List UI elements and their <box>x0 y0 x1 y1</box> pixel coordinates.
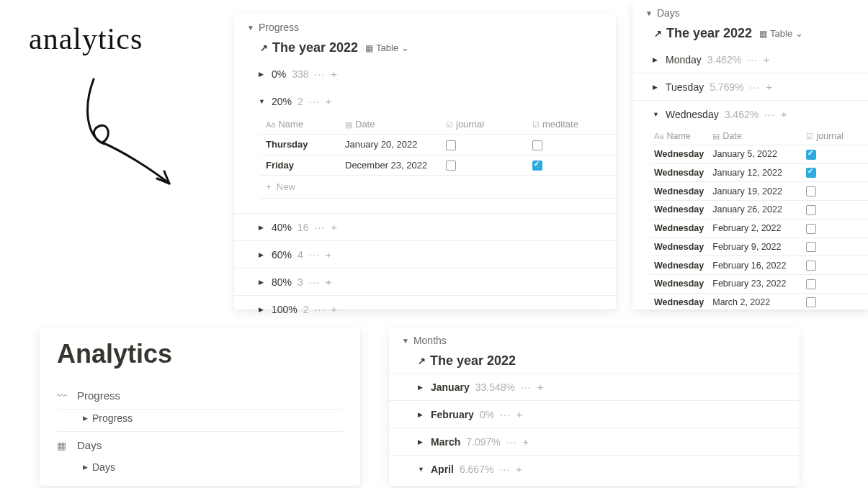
toggle-triangle-icon[interactable]: ▼ <box>653 111 660 118</box>
more-icon[interactable]: ··· <box>315 304 326 315</box>
more-icon[interactable]: ··· <box>309 249 320 261</box>
view-switch[interactable]: ▦ Table ⌄ <box>365 42 409 53</box>
toggle-triangle-icon[interactable]: ▼ <box>645 9 653 17</box>
group-row-january[interactable]: ▶ January 33.548% ··· + <box>389 373 800 400</box>
more-icon[interactable]: ··· <box>747 54 758 65</box>
toggle-triangle-icon[interactable]: ▶ <box>259 279 266 286</box>
more-icon[interactable]: ··· <box>309 96 320 107</box>
table-row[interactable]: Wednesday January 26, 2022 <box>650 201 868 220</box>
new-row[interactable]: + New <box>260 176 616 199</box>
group-row-february[interactable]: ▶ February 0% ··· + <box>389 400 800 428</box>
table-row[interactable]: Wednesday January 19, 2022 <box>650 182 868 201</box>
checkbox[interactable] <box>806 150 816 160</box>
group-row-wednesday[interactable]: ▼ Wednesday 3.462% ··· + <box>632 100 868 127</box>
plus-icon[interactable]: + <box>516 408 523 420</box>
col-name[interactable]: AaName <box>650 127 708 145</box>
toggle-triangle-icon[interactable]: ▶ <box>418 411 425 418</box>
table-row[interactable]: Thursday January 20, 2022 <box>260 135 616 155</box>
database-title[interactable]: ↗ The year 2022 <box>418 353 516 369</box>
col-date[interactable]: ▤Date <box>708 127 802 145</box>
group-row-60[interactable]: ▶ 60% 4 ··· + <box>234 240 616 268</box>
checkbox[interactable] <box>446 161 456 171</box>
toc-progress-sub[interactable]: ▶ Progress <box>57 410 343 432</box>
more-icon[interactable]: ··· <box>500 409 511 420</box>
plus-icon[interactable]: + <box>326 95 332 107</box>
toggle-triangle-icon[interactable]: ▼ <box>418 466 425 473</box>
group-row-100[interactable]: ▶ 100% 2 ··· + <box>234 295 616 322</box>
group-row-80[interactable]: ▶ 80% 3 ··· + <box>234 268 616 295</box>
toc-progress[interactable]: 〰 Progress <box>57 382 343 410</box>
table-row[interactable]: Wednesday February 2, 2022 <box>650 219 868 238</box>
database-title[interactable]: ↗ The year 2022 <box>260 40 358 55</box>
more-icon[interactable]: ··· <box>315 222 326 233</box>
toggle-triangle-icon[interactable]: ▶ <box>259 306 266 313</box>
more-icon[interactable]: ··· <box>764 109 775 120</box>
toggle-triangle-icon[interactable]: ▶ <box>259 224 266 231</box>
group-row-20[interactable]: ▼ 20% 2 ··· + <box>234 87 616 114</box>
checkbox[interactable] <box>806 279 816 289</box>
toggle-triangle-icon[interactable]: ▼ <box>402 337 409 345</box>
days-section-header[interactable]: ▼ Days <box>632 4 868 22</box>
plus-icon[interactable]: + <box>516 463 522 475</box>
checkbox[interactable] <box>806 205 816 215</box>
col-name[interactable]: AaName <box>260 114 339 135</box>
more-icon[interactable]: ··· <box>315 68 326 80</box>
progress-section-header[interactable]: ▼ Progress <box>234 19 616 36</box>
plus-icon[interactable]: + <box>331 221 337 233</box>
group-row-0[interactable]: ▶ 0% 338 ··· + <box>234 60 616 87</box>
group-row-april[interactable]: ▼ April 6.667% ··· + <box>389 455 800 482</box>
group-row-40[interactable]: ▶ 40% 16 ··· + <box>234 213 616 240</box>
group-row-monday[interactable]: ▶ Monday 3.462% ··· + <box>632 45 868 73</box>
checkbox[interactable] <box>806 242 816 252</box>
plus-icon[interactable]: + <box>331 68 337 80</box>
more-icon[interactable]: ··· <box>506 436 517 448</box>
checkbox[interactable] <box>446 140 456 150</box>
toggle-triangle-icon[interactable]: ▶ <box>259 251 266 258</box>
checkbox[interactable] <box>806 168 816 178</box>
toggle-triangle-icon[interactable]: ▶ <box>418 384 425 391</box>
toggle-triangle-icon[interactable]: ▶ <box>653 83 660 91</box>
col-date[interactable]: ▤Date <box>339 114 440 135</box>
more-icon[interactable]: ··· <box>499 464 510 475</box>
toggle-triangle-icon[interactable]: ▶ <box>83 415 88 422</box>
checkbox[interactable] <box>806 261 816 271</box>
checkbox[interactable] <box>806 224 816 234</box>
checkbox[interactable] <box>806 186 816 196</box>
plus-icon[interactable]: + <box>326 276 332 288</box>
table-row[interactable]: Wednesday January 5, 2022 <box>650 145 868 164</box>
toggle-triangle-icon[interactable]: ▼ <box>259 98 266 105</box>
plus-icon[interactable]: + <box>522 435 529 448</box>
col-meditate[interactable]: ☑meditate <box>527 114 616 135</box>
toc-days-sub[interactable]: ▶ Days <box>57 458 343 480</box>
toggle-triangle-icon[interactable]: ▶ <box>83 464 88 471</box>
more-icon[interactable]: ··· <box>750 81 761 93</box>
group-row-tuesday[interactable]: ▶ Tuesday 5.769% ··· + <box>632 73 868 100</box>
table-row[interactable]: Wednesday February 23, 2022 <box>650 274 868 293</box>
checkbox[interactable] <box>532 140 542 150</box>
table-row[interactable]: Friday December 23, 2022 <box>260 155 616 176</box>
table-row[interactable]: Wednesday January 12, 2022 <box>650 163 868 182</box>
col-journal[interactable]: ☑journal <box>802 127 868 145</box>
plus-icon[interactable]: + <box>764 53 770 65</box>
toggle-triangle-icon[interactable]: ▶ <box>653 56 660 63</box>
toggle-triangle-icon[interactable]: ▶ <box>418 438 425 446</box>
checkbox[interactable] <box>806 297 816 307</box>
view-switch[interactable]: ▦ Table ⌄ <box>759 28 803 39</box>
months-section-header[interactable]: ▼ Months <box>389 332 800 349</box>
plus-icon[interactable]: + <box>537 381 544 393</box>
table-row[interactable]: Wednesday February 16, 2022 <box>650 256 868 275</box>
plus-icon[interactable]: + <box>331 303 337 315</box>
toggle-triangle-icon[interactable]: ▼ <box>247 24 254 32</box>
checkbox[interactable] <box>532 161 542 171</box>
toggle-triangle-icon[interactable]: ▶ <box>259 71 266 78</box>
more-icon[interactable]: ··· <box>521 381 532 393</box>
more-icon[interactable]: ··· <box>309 276 320 288</box>
group-row-march[interactable]: ▶ March 7.097% ··· + <box>389 428 800 455</box>
database-title[interactable]: ↗ The year 2022 <box>654 26 752 41</box>
table-row[interactable]: Wednesday March 2, 2022 <box>650 293 868 312</box>
plus-icon[interactable]: + <box>766 81 772 93</box>
table-row[interactable]: Wednesday February 9, 2022 <box>650 238 868 256</box>
toc-days[interactable]: ▦ Days <box>57 432 343 458</box>
plus-icon[interactable]: + <box>781 108 787 120</box>
col-journal[interactable]: ☑journal <box>440 114 527 135</box>
